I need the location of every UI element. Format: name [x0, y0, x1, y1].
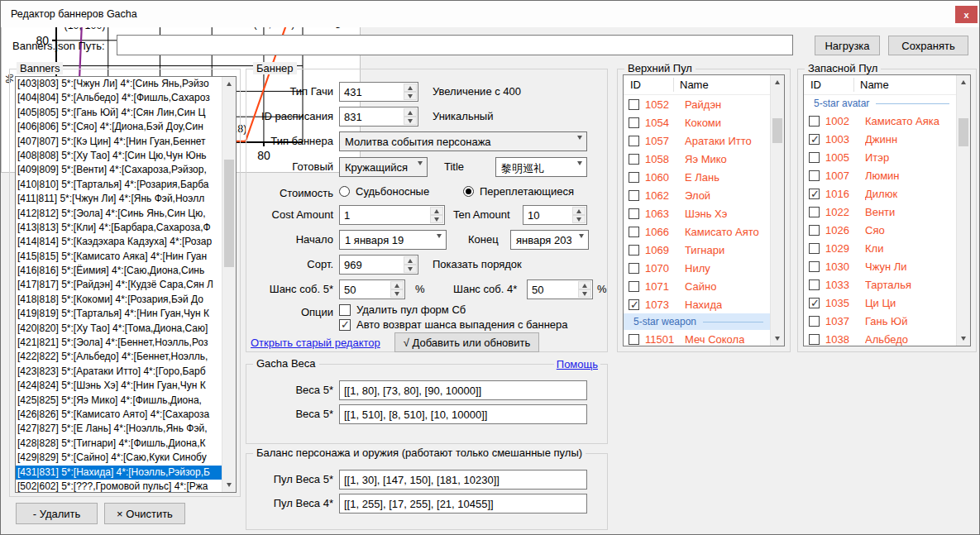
- pool-row[interactable]: 1052Райдэн: [624, 95, 770, 113]
- spin-up-icon[interactable]: [390, 281, 404, 289]
- scroll-thumb[interactable]: [958, 118, 968, 146]
- banner-list-item[interactable]: [406|806] 5*:[Сяо] 4*:[Диона,Бэй Доу,Син: [16, 120, 222, 134]
- pool-row-checkbox[interactable]: [809, 279, 820, 290]
- banner-list-item[interactable]: [404|804] 5*:[Альбедо] 4*:[Фишль,Сахароз: [16, 91, 222, 105]
- banner-list-item[interactable]: [416|816] 5*:[Ёимия] 4*:[Саю,Диона,Синь: [16, 264, 222, 278]
- spin-up-icon[interactable]: [404, 256, 417, 265]
- close-button[interactable]: x: [955, 6, 978, 23]
- pool-row-checkbox[interactable]: [809, 189, 820, 199]
- load-button[interactable]: Нагрузка: [815, 36, 880, 55]
- sort-spinner[interactable]: 969: [339, 255, 418, 275]
- scroll-down-icon[interactable]: [222, 478, 236, 492]
- banner-list-item[interactable]: [410|810] 5*:[Тарталья] 4*:[Розария,Барб…: [16, 178, 222, 192]
- scroll-down-icon[interactable]: [771, 332, 784, 346]
- pool-row-checkbox[interactable]: [809, 225, 820, 236]
- pool-row-checkbox[interactable]: [629, 190, 639, 201]
- pool-row-checkbox[interactable]: [809, 243, 820, 254]
- banner-list-item[interactable]: [403|803] 5*:[Чжун Ли] 4*:[Синь Янь,Рэйз…: [16, 77, 222, 91]
- pool-row-checkbox[interactable]: [629, 281, 639, 292]
- banner-list-item[interactable]: [407|807] 5*:[Кэ Цин] 4*:[Нин Гуан,Бенне…: [16, 135, 222, 149]
- pool-row-checkbox[interactable]: [809, 261, 820, 272]
- banner-list-item[interactable]: [424|824] 5*:[Шэнь Хэ] 4*:[Нин Гуан,Чун …: [16, 379, 222, 393]
- banner-list-item[interactable]: [423|823] 5*:[Аратаки Итто] 4*:[Горо,Бар…: [16, 365, 222, 379]
- pool-row[interactable]: 1029Кли: [804, 239, 956, 257]
- scroll-up-icon[interactable]: [771, 75, 784, 89]
- spin-up-icon[interactable]: [404, 108, 417, 117]
- title-select[interactable]: 黎明巡礼: [495, 157, 587, 177]
- pool-row-checkbox[interactable]: [809, 207, 820, 217]
- upper-pool-scrollbar[interactable]: [770, 75, 784, 346]
- spin-down-icon[interactable]: [572, 215, 586, 223]
- pool-weights5-input[interactable]: [339, 470, 587, 490]
- pool-row-checkbox[interactable]: [809, 334, 820, 345]
- pool-row[interactable]: 1033Тарталья: [804, 275, 956, 294]
- prefab-select[interactable]: Кружащийся л: [339, 157, 428, 177]
- pool-row-checkbox[interactable]: [629, 136, 639, 146]
- banner-list-item[interactable]: [408|808] 5*:[Ху Тао] 4*:[Син Цю,Чун Юнь: [16, 149, 222, 163]
- pool-row[interactable]: 1070Нилу: [624, 259, 770, 277]
- add-update-button[interactable]: √ Добавить или обновить: [394, 332, 539, 352]
- pool-row-checkbox[interactable]: [809, 152, 820, 163]
- banner-list-item[interactable]: [426|826] 5*:[Камисато Аято] 4*:[Сахароз…: [16, 408, 222, 422]
- pool-row[interactable]: 1026Сяо: [804, 221, 956, 239]
- pool-row[interactable]: 1007Люмин: [804, 166, 956, 184]
- radio-intertwined[interactable]: Переплетающиеся: [463, 185, 574, 198]
- pool-row[interactable]: 11501Меч Сокола: [624, 330, 770, 346]
- save-button[interactable]: Сохранять: [888, 36, 968, 55]
- spin-up-icon[interactable]: [572, 207, 586, 215]
- pool-row[interactable]: 1071Сайно: [624, 277, 770, 295]
- banner-list-item[interactable]: [429|829] 5*:[Сайно] 4*:[Саю,Куки Синобу: [16, 451, 222, 465]
- checkbox-icon[interactable]: [339, 304, 351, 316]
- pool-row-checkbox[interactable]: [629, 117, 639, 128]
- scroll-up-icon[interactable]: [222, 77, 236, 91]
- pool-row[interactable]: 1003Джинн: [804, 130, 956, 148]
- pool-row-checkbox[interactable]: [629, 263, 639, 274]
- backup-pool-scrollbar[interactable]: [956, 75, 970, 346]
- pool-row[interactable]: 1066Камисато Аято: [624, 222, 770, 241]
- spin-down-icon[interactable]: [578, 289, 591, 298]
- pool-row[interactable]: 1062Элой: [624, 186, 770, 204]
- pool-row[interactable]: 1002Камисато Аяка: [804, 112, 956, 130]
- schedule-id-spinner[interactable]: 831: [339, 107, 418, 127]
- weights5-input[interactable]: [339, 380, 587, 400]
- chance4-spinner[interactable]: 50: [527, 279, 593, 299]
- spin-down-icon[interactable]: [404, 265, 417, 273]
- chance5-spinner[interactable]: 50: [339, 279, 405, 299]
- spin-up-icon[interactable]: [578, 281, 591, 289]
- banners-listbox[interactable]: [403|803] 5*:[Чжун Ли] 4*:[Синь Янь,Рэйз…: [15, 76, 237, 493]
- pool-row[interactable]: 1063Шэнь Хэ: [624, 204, 770, 222]
- option-auto-return[interactable]: Авто возврат шанса выпадения с баннера: [339, 318, 568, 331]
- pool-row-checkbox[interactable]: [629, 99, 639, 110]
- radio-fate[interactable]: Судьбоносные: [339, 185, 429, 198]
- spin-up-icon[interactable]: [404, 84, 417, 92]
- spin-down-icon[interactable]: [404, 92, 417, 100]
- banner-list-item[interactable]: [415|815] 5*:[Камисато Аяка] 4*:[Нин Гуа…: [16, 250, 222, 264]
- banner-list-item[interactable]: [411|811] 5*:[Чжун Ли] 4*:[Янь Фэй,Ноэлл: [16, 192, 222, 206]
- pool-weights4-input[interactable]: [339, 494, 587, 514]
- banner-list-item[interactable]: [431|831] 5*:[Нахида] 4*:[Ноэлль,Рэйзор,…: [16, 466, 222, 480]
- pool-row-checkbox[interactable]: [809, 170, 820, 181]
- spin-down-icon[interactable]: [390, 289, 404, 298]
- start-date-select[interactable]: 1 января 19: [339, 230, 447, 250]
- pool-row-checkbox[interactable]: [629, 299, 639, 310]
- ten-amount-spinner[interactable]: 10: [523, 205, 587, 225]
- pool-row-checkbox[interactable]: [629, 208, 639, 219]
- weights4-input[interactable]: [339, 404, 587, 424]
- banner-list-item[interactable]: [413|813] 5*:[Кли] 4*:[Барбара,Сахароза,…: [16, 221, 222, 235]
- clear-banners-button[interactable]: × Очистить: [104, 503, 185, 524]
- option-remove-pool[interactable]: Удалить пул форм Сб: [339, 303, 466, 316]
- pool-row[interactable]: 1054Кокоми: [624, 113, 770, 131]
- scroll-thumb[interactable]: [224, 160, 234, 267]
- banner-list-item[interactable]: [405|805] 5*:[Гань Юй] 4*:[Сян Лин,Син Ц: [16, 106, 222, 120]
- banner-list-item[interactable]: [427|827] 5*:[Е Лань] 4*:[Ноэлль,Янь Фэй…: [16, 422, 222, 436]
- pool-row[interactable]: 1038Альбедо: [804, 330, 956, 346]
- banner-list-item[interactable]: [418|818] 5*:[Кокоми] 4*:[Розария,Бэй До: [16, 293, 222, 307]
- pool-row-checkbox[interactable]: [809, 116, 820, 127]
- pool-row[interactable]: 1035Ци Ци: [804, 294, 956, 312]
- scroll-up-icon[interactable]: [957, 75, 970, 89]
- pool-row[interactable]: 1005Итэр: [804, 148, 956, 166]
- banner-list-item[interactable]: [502|602] 5*:[???,Громовой пульс] 4*:[Рж…: [16, 480, 222, 492]
- delete-banner-button[interactable]: - Удалить: [16, 503, 98, 524]
- pool-row-checkbox[interactable]: [629, 172, 639, 183]
- scroll-down-icon[interactable]: [957, 332, 970, 346]
